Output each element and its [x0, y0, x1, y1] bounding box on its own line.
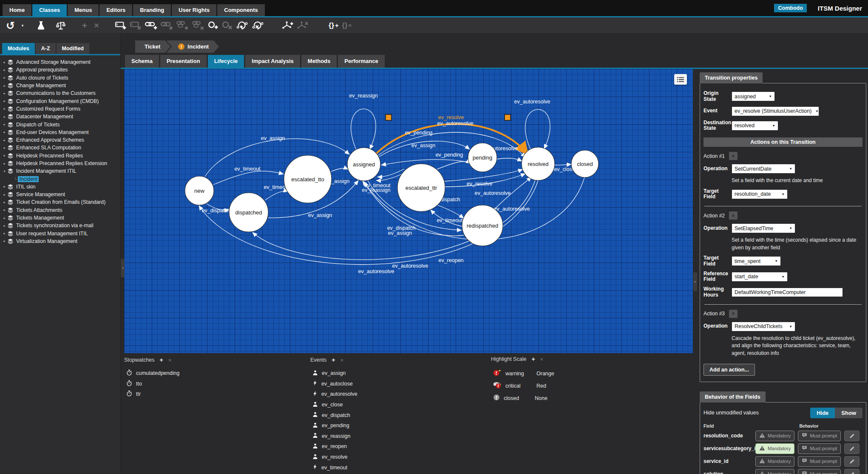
- event-item-ev-reassign[interactable]: ev_reassign: [310, 431, 357, 442]
- action-2-operation-select[interactable]: SetElapsedTime▼: [732, 223, 795, 233]
- state-assigned[interactable]: assigned: [347, 148, 380, 181]
- state-pending[interactable]: pending: [468, 143, 497, 172]
- edge-dispatched-escalated_tto-ev_timeout[interactable]: [265, 191, 288, 200]
- sidebar-item-service-management[interactable]: ▸Service Management: [1, 191, 120, 198]
- menu-tab-branding[interactable]: Branding: [133, 4, 171, 16]
- action-1-operation-select[interactable]: SetCurrentDate▼: [732, 164, 795, 174]
- event-select[interactable]: ev_resolve (StimulusUserAction)▼: [732, 106, 819, 116]
- tree-collapse-arrow-icon[interactable]: ▸: [2, 91, 7, 95]
- sidebar-item-itil-skin[interactable]: ▸ITIL skin: [1, 183, 120, 191]
- tab-impact-analysis[interactable]: Impact Analysis: [245, 55, 300, 68]
- sidebar-item-change-management[interactable]: ▸Change Management: [1, 82, 120, 89]
- add-stopwatch-button[interactable]: +: [160, 357, 163, 363]
- compare-icon[interactable]: [56, 21, 66, 30]
- must-prompt-button[interactable]: Must prompt: [798, 469, 841, 474]
- tree-collapse-arrow-icon[interactable]: ▸: [2, 193, 7, 197]
- add-class-icon[interactable]: [208, 21, 218, 30]
- edge-assigned-self-ev_reassign[interactable]: [351, 109, 376, 150]
- event-item-ev-timeout[interactable]: ev_timeout: [310, 462, 357, 473]
- tree-collapse-arrow-icon[interactable]: ▸: [2, 185, 7, 188]
- tab-schema[interactable]: Schema: [125, 55, 159, 68]
- tree-expand-arrow-icon[interactable]: ▾: [2, 169, 7, 173]
- menu-tab-editors[interactable]: Editors: [99, 4, 132, 16]
- sidebar-item-end-user-devices-management[interactable]: ▸End-user Devices Management: [1, 128, 120, 136]
- test-icon[interactable]: [37, 21, 45, 30]
- sidebar-tab-modified[interactable]: Modified: [57, 43, 89, 54]
- sidebar-item-enhanced-sla-computation[interactable]: ▸Enhanced SLA Computation: [1, 144, 120, 151]
- event-item-ev-reopen[interactable]: ev_reopen: [310, 441, 357, 452]
- sidebar-item-communications-to-the-customers[interactable]: ▸Communications to the Customers: [1, 89, 120, 97]
- tab-lifecycle[interactable]: Lifecycle: [208, 55, 244, 68]
- combodo-badge[interactable]: Combodo: [774, 4, 806, 12]
- mandatory-button[interactable]: Mandatory: [755, 456, 794, 467]
- add-highlight-button[interactable]: +: [531, 356, 535, 363]
- delete-stopwatch-button[interactable]: ×: [168, 357, 172, 363]
- tab-presentation[interactable]: Presentation: [160, 55, 207, 68]
- tree-collapse-arrow-icon[interactable]: ▸: [2, 146, 7, 150]
- state-redispatched[interactable]: redispatched: [462, 205, 503, 246]
- event-item-ev-close[interactable]: ev_close: [310, 400, 357, 410]
- edit-field-behavior-button[interactable]: [844, 431, 859, 441]
- tree-collapse-arrow-icon[interactable]: ▸: [2, 115, 7, 119]
- event-item-ev-assign[interactable]: ev_assign: [310, 368, 357, 379]
- add-transition-icon[interactable]: [236, 20, 248, 30]
- sidebar-item-helpdesk-precanned-replies[interactable]: ▸Helpdesk Precanned Replies: [1, 152, 120, 160]
- event-item-ev-autoresolve[interactable]: ev_autoresolve: [310, 389, 357, 400]
- breadcrumb-item-incident[interactable]: !Incident: [166, 40, 219, 53]
- state-new[interactable]: new: [185, 176, 214, 205]
- sidebar-item-configuration-management-cmdb[interactable]: ▸Configuration Management (CMDB): [1, 97, 120, 105]
- state-escalated_tto[interactable]: escalated_tto: [284, 155, 332, 203]
- remove-action-2-button[interactable]: ×: [729, 211, 738, 220]
- tab-methods[interactable]: Methods: [301, 55, 337, 68]
- legend-toggle-button[interactable]: [674, 74, 687, 85]
- tree-collapse-arrow-icon[interactable]: ▸: [2, 154, 7, 157]
- must-prompt-button[interactable]: Must prompt: [798, 443, 841, 454]
- tree-collapse-arrow-icon[interactable]: ▸: [2, 107, 7, 111]
- sidebar-item-auto-closure-of-tickets[interactable]: ▸Auto closure of Tickets: [1, 74, 120, 82]
- delete-highlight-button[interactable]: ×: [540, 356, 544, 363]
- add-event-button[interactable]: +: [332, 357, 335, 363]
- add-braces-icon[interactable]: {}+: [329, 22, 338, 29]
- tree-collapse-arrow-icon[interactable]: ▸: [2, 224, 7, 228]
- add-field-icon[interactable]: [115, 21, 127, 30]
- remove-action-1-button[interactable]: ×: [729, 152, 738, 160]
- undo-icon[interactable]: ↺: [6, 21, 15, 30]
- edge-pending-resolved-ev_autoresolve[interactable]: [497, 158, 522, 161]
- sidebar-item-datacenter-management[interactable]: ▸Datacenter Management: [1, 113, 120, 120]
- state-resolved[interactable]: resolved: [522, 147, 555, 180]
- tree-collapse-arrow-icon[interactable]: ▸: [2, 76, 7, 80]
- menu-tab-classes[interactable]: Classes: [32, 4, 67, 16]
- delete-event-button[interactable]: ×: [340, 357, 343, 363]
- sidebar-item-incident-management-itil[interactable]: ▾Incident Management ITIL: [1, 167, 120, 175]
- add-action-button[interactable]: Add an action...: [703, 364, 755, 376]
- remove-action-3-button[interactable]: ×: [729, 310, 738, 318]
- menu-tab-user-rights[interactable]: User Rights: [172, 4, 216, 16]
- tab-performance[interactable]: Performance: [338, 55, 384, 68]
- edge-escalated_ttr-pending-ev_pending[interactable]: [436, 162, 471, 170]
- action-2-reference-field-select[interactable]: start_date▼: [732, 272, 788, 282]
- add-branch-icon[interactable]: [282, 21, 293, 30]
- action-3-operation-select[interactable]: ResolveChildTickets▼: [732, 322, 795, 331]
- hide-button[interactable]: Hide: [810, 408, 835, 418]
- sidebar-item-approval-prerequisites[interactable]: ▸Approval prerequisites: [1, 66, 120, 74]
- state-closed[interactable]: closed: [571, 150, 599, 177]
- sidebar-item-tickets-management[interactable]: ▸Tickets Management: [1, 214, 120, 222]
- must-prompt-button[interactable]: Must prompt: [798, 431, 841, 441]
- highlight-item-closed[interactable]: closedNone: [491, 392, 554, 404]
- tree-collapse-arrow-icon[interactable]: ▸: [2, 162, 7, 166]
- mandatory-button[interactable]: Mandatory: [755, 469, 794, 474]
- transition-handle-1[interactable]: [505, 114, 511, 120]
- sidebar-item-enhanced-approval-schemes[interactable]: ▸Enhanced Approval Schemes: [1, 136, 120, 144]
- tree-collapse-arrow-icon[interactable]: ▸: [2, 99, 7, 103]
- tree-collapse-arrow-icon[interactable]: ▸: [2, 138, 7, 142]
- action-1-target-field-select[interactable]: resolution_date▼: [732, 189, 788, 199]
- tree-collapse-arrow-icon[interactable]: ▸: [2, 68, 7, 72]
- edit-field-behavior-button[interactable]: [844, 469, 859, 474]
- sidebar-tab-a-z[interactable]: A-Z: [36, 43, 56, 54]
- tree-collapse-arrow-icon[interactable]: ▸: [2, 130, 7, 134]
- state-dispatched[interactable]: dispatched: [229, 193, 268, 232]
- state-escalated_ttr[interactable]: escalated_ttr: [397, 164, 445, 211]
- sidebar-item-advanced-storage-management[interactable]: ▸Advanced Storage Management: [1, 58, 120, 66]
- breadcrumb-item-ticket[interactable]: Ticket: [135, 40, 170, 53]
- sidebar-item-helpdesk-precanned-replies-extension[interactable]: ▸Helpdesk Precanned Replies Extension: [1, 160, 120, 167]
